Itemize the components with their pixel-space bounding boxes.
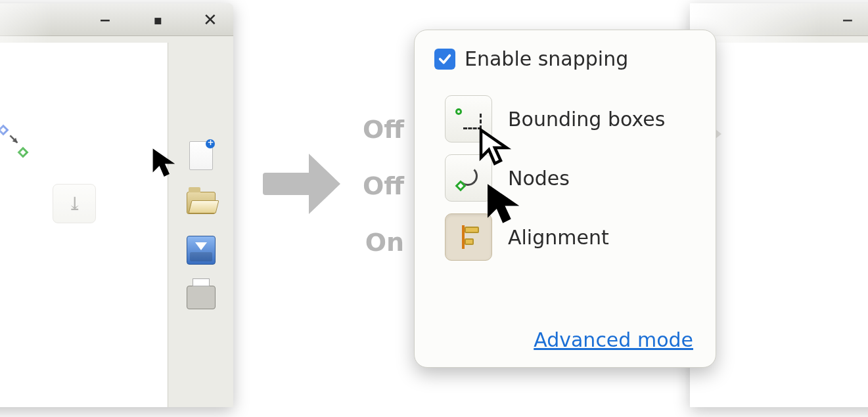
import-icon — [187, 236, 216, 265]
import-button[interactable] — [187, 236, 216, 265]
option-label: Nodes — [508, 167, 570, 190]
snap-status-icon — [0, 125, 30, 158]
window-left: − ◾ ✕ te ✕ ⤓ — [0, 3, 233, 407]
alignment-toggle[interactable] — [445, 213, 492, 261]
option-nodes: Nodes — [445, 154, 696, 202]
node-diamond-icon — [18, 147, 29, 158]
printer-icon — [187, 286, 216, 309]
advanced-mode-link-wrap: Advanced mode — [534, 328, 693, 351]
advanced-mode-link[interactable]: Advanced mode — [534, 328, 693, 351]
titlebar: − ◾ ✕ — [0, 3, 233, 36]
state-bounding-boxes: Off — [332, 115, 404, 144]
popover-header: Enable snapping — [434, 47, 696, 70]
checkmark-icon — [438, 52, 452, 66]
state-nodes: Off — [332, 171, 404, 200]
nodes-icon — [455, 165, 482, 191]
bounding-boxes-toggle[interactable] — [445, 95, 492, 143]
option-label: Alignment — [508, 226, 609, 249]
maximize-button[interactable]: ◾ — [148, 10, 168, 30]
open-folder-button[interactable] — [187, 188, 216, 217]
option-state-column: Off Off On — [332, 115, 404, 257]
snapping-popover: Enable snapping Bounding boxes Nodes Ali… — [414, 30, 716, 368]
option-bounding-boxes: Bounding boxes — [445, 95, 696, 143]
bounding-box-icon — [455, 108, 482, 129]
download-icon: ⤓ — [67, 193, 82, 215]
ghost-download-button: ⤓ — [53, 184, 96, 223]
option-label: Bounding boxes — [508, 108, 665, 131]
workspace — [690, 43, 868, 407]
snap-options-list: Bounding boxes Nodes Alignment — [445, 95, 696, 261]
close-button[interactable]: ✕ — [200, 10, 220, 30]
minimize-button[interactable]: − — [838, 10, 857, 30]
titlebar: − ◾ ✕ — [690, 3, 868, 36]
new-document-button[interactable] — [187, 141, 216, 170]
print-button[interactable] — [187, 283, 216, 312]
nodes-toggle[interactable] — [445, 154, 492, 202]
option-alignment: Alignment — [445, 213, 696, 261]
folder-open-icon — [187, 192, 216, 214]
new-document-icon — [189, 141, 213, 170]
minimize-button[interactable]: − — [95, 10, 115, 30]
transition-arrow-icon — [263, 151, 342, 217]
window-right: − ◾ ✕ — [690, 3, 868, 407]
enable-snapping-label: Enable snapping — [465, 47, 628, 70]
snap-arrow-icon — [7, 133, 22, 147]
enable-snapping-checkbox[interactable] — [434, 49, 455, 70]
state-alignment: On — [332, 228, 404, 257]
right-toolbar — [168, 43, 233, 407]
alignment-icon — [455, 225, 482, 249]
